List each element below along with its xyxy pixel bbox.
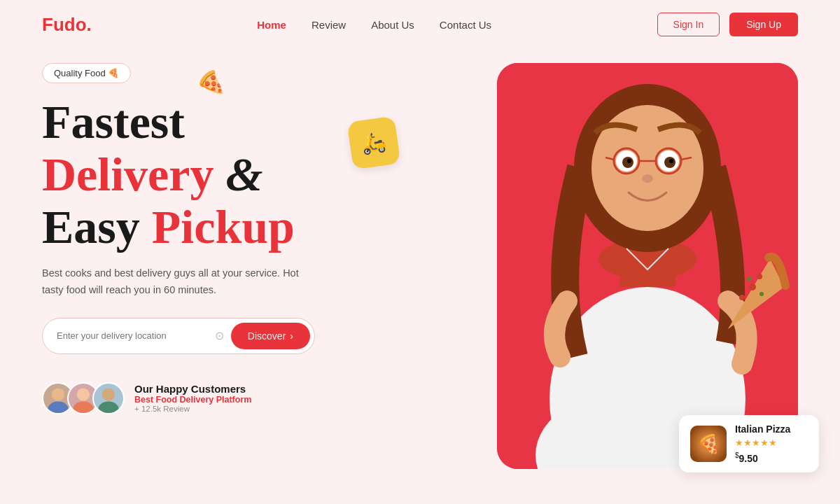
discover-button[interactable]: Discover › xyxy=(231,323,310,349)
search-bar: ⊙ Discover › xyxy=(42,318,315,354)
hero-left: 🍕 🛵 Quality Food 🍕 Fastest Delivery & Ea… xyxy=(42,49,462,414)
location-input[interactable] xyxy=(57,330,215,341)
avatar-3 xyxy=(92,382,125,414)
navbar: Fudo. Home Review About Us Contact Us Si… xyxy=(0,0,840,49)
svg-point-28 xyxy=(757,274,762,279)
customers-text: Our Happy Customers Best Food Delivery P… xyxy=(134,383,251,413)
svg-point-0 xyxy=(52,388,64,400)
nav-contact[interactable]: Contact Us xyxy=(440,19,491,31)
hero-title: Fastest Delivery & Easy Pickup xyxy=(42,96,462,253)
pizza-price: $9.50 xyxy=(735,451,790,464)
delivery-icon-float: 🛵 xyxy=(347,116,401,170)
pizza-name: Italian Pizza xyxy=(735,424,790,435)
nav-buttons: Sign In Sign Up xyxy=(657,13,798,36)
nav-review[interactable]: Review xyxy=(312,19,346,31)
svg-point-5 xyxy=(98,401,118,414)
location-icon: ⊙ xyxy=(215,329,224,342)
title-line1: Fastest xyxy=(42,96,462,148)
pizza-card: 🍕 Italian Pizza ★★★★★ $9.50 xyxy=(679,415,819,472)
customers-review-count: + 12.5k Review xyxy=(134,405,251,413)
hero-person-image xyxy=(497,63,798,469)
signin-button[interactable]: Sign In xyxy=(657,13,720,36)
customers-heading: Our Happy Customers xyxy=(134,383,251,395)
arrow-icon: › xyxy=(290,330,293,342)
svg-point-19 xyxy=(669,159,673,163)
pizza-float-icon: 🍕 xyxy=(193,66,227,99)
brand-logo[interactable]: Fudo. xyxy=(42,14,92,36)
hero-description: Best cooks and best delivery guys all at… xyxy=(42,265,322,298)
customers-sub: Best Food Delivery Platform xyxy=(134,395,251,405)
svg-point-30 xyxy=(760,292,764,296)
hero-right: 🍕 Italian Pizza ★★★★★ $9.50 xyxy=(462,49,798,500)
nav-about[interactable]: About Us xyxy=(371,19,414,31)
hero-image-bg xyxy=(497,63,798,469)
svg-point-18 xyxy=(627,159,631,163)
pizza-card-image: 🍕 xyxy=(690,426,727,462)
svg-point-27 xyxy=(739,295,745,300)
title-line3: Easy Pickup xyxy=(42,201,462,253)
nav-home[interactable]: Home xyxy=(257,19,286,31)
quality-badge: Quality Food 🍕 xyxy=(42,63,131,83)
svg-point-2 xyxy=(77,388,90,400)
svg-point-29 xyxy=(747,276,751,281)
customers-section: Our Happy Customers Best Food Delivery P… xyxy=(42,382,462,414)
svg-point-3 xyxy=(73,401,93,414)
svg-point-25 xyxy=(642,174,653,183)
nav-links: Home Review About Us Contact Us xyxy=(257,19,491,31)
svg-point-1 xyxy=(48,401,68,414)
customer-avatars xyxy=(42,382,125,414)
signup-button[interactable]: Sign Up xyxy=(729,13,798,36)
hero-section: 🍕 🛵 Quality Food 🍕 Fastest Delivery & Ea… xyxy=(0,49,840,500)
svg-point-26 xyxy=(749,284,756,290)
pizza-card-info: Italian Pizza ★★★★★ $9.50 xyxy=(735,424,790,464)
pizza-stars: ★★★★★ xyxy=(735,438,790,449)
svg-point-4 xyxy=(102,388,115,400)
